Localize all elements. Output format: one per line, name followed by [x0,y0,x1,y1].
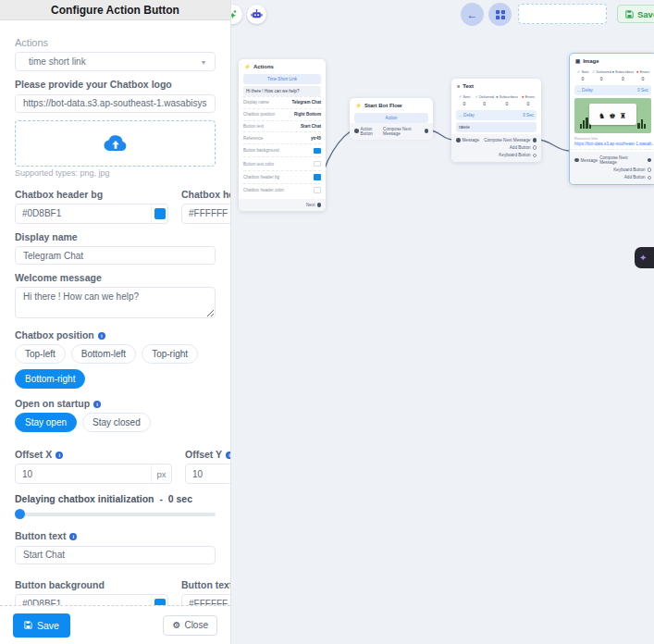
color-swatch [314,161,321,167]
text-node[interactable]: ≡ Text ✓Sent0 ✓Delivered0 ●Subscribers0 … [451,79,541,162]
logo-label: Please provide your Chatbox logo [0,79,230,90]
node-stats: ✓Sent0 ✓Delivered0 ●Subscribers0 ●Errors… [451,92,541,108]
start-action-pill[interactable]: Action [354,113,428,123]
bot-app-button[interactable] [247,5,266,24]
image-node-title: Image [583,58,598,64]
sent-icon: ✓ [577,69,581,74]
gear-icon [172,620,180,630]
message-socket[interactable] [456,138,461,142]
delay-label: Delaying chatbox initialization - 0 sec [0,493,230,504]
chess-pieces-image [598,105,627,122]
slider-thumb[interactable] [15,509,25,519]
add-button-socket[interactable] [648,176,652,180]
delay-slider[interactable] [15,510,216,519]
startup-stay-open[interactable]: Stay open [15,413,77,432]
display-name-input[interactable] [15,246,216,265]
message-socket-label: Message [463,138,480,142]
plant-app-button[interactable] [231,5,242,24]
panel-footer: Save Close [0,605,230,644]
grid-view-button[interactable] [488,3,512,26]
info-icon [93,401,101,408]
flow-name-input[interactable] [518,4,607,24]
resource-info-label: Resource Info [570,133,654,141]
app: Configure Action Button Actions time sho… [0,0,654,644]
add-button-socket[interactable] [533,145,537,150]
sent-icon: ✓ [459,94,463,99]
flow-canvas[interactable]: Save ⚡ Actions Time Short Link Hi there … [231,0,654,644]
compose-next-socket-label: Compose Next Message [484,138,530,142]
header-color-label: Chatbox header color [181,189,231,200]
logo-url-input[interactable] [15,94,216,113]
offset-x-unit: px [151,464,171,483]
config-panel: Configure Action Button Actions time sho… [0,0,231,644]
welcome-message-input[interactable]: Hi there ! How can we help? [15,287,216,318]
start-bot-flow-node[interactable]: ⚡ Start Bot Flow Action Action Button Co… [350,98,433,137]
actions-node-title: Actions [253,64,274,69]
actions-node[interactable]: ⚡ Actions Time Short Link Hi there ! How… [239,59,326,211]
button-bg-label: Button background [15,579,168,590]
node-stats: ✓Sent0 ✓Delivered0 ●Subscribers0 ●Errors… [570,67,654,83]
position-bottom-right[interactable]: Bottom-right [15,369,85,389]
slider-track[interactable] [15,513,216,516]
text-icon: ≡ [457,83,460,89]
actions-select[interactable]: time short link [15,52,216,71]
compose-next-socket-label: Compose Next Message [383,127,422,136]
image-icon: ▣ [575,58,580,64]
bolt-icon: ⚡ [244,64,251,69]
welcome-message-pill[interactable]: Hi there ! How can we help? [243,86,321,96]
message-socket[interactable] [574,158,579,163]
node-row: Button text color [243,156,321,169]
ai-assistant-button[interactable] [635,247,654,268]
errors-icon: ● [522,94,524,99]
position-top-left[interactable]: Top-left [15,344,66,364]
node-row: Display nameTelegram Chat [243,96,321,108]
offset-y-input[interactable] [186,469,231,479]
chevron-down-icon [202,56,205,67]
startup-stay-closed[interactable]: Stay closed [82,413,151,432]
delay-row[interactable]: ... Delay0 Sec [574,85,651,95]
keyboard-button-socket[interactable] [648,167,652,172]
compose-next-socket[interactable] [648,158,652,163]
subscribers-icon: ● [496,94,499,99]
header-bg-swatch[interactable] [151,204,167,223]
node-footer: Next [239,199,326,211]
compose-next-socket-label: Compose Next Message [599,155,645,165]
header-bg-input[interactable] [16,208,151,218]
message-socket-label: Message [581,158,598,163]
logo-upload-dropzone[interactable] [15,120,216,167]
keyboard-button-socket[interactable] [533,154,537,158]
cloud-upload-icon [103,133,129,153]
info-icon [56,452,63,459]
canvas-save-button[interactable]: Save [617,5,654,23]
color-swatch [314,187,321,193]
text-content-pill[interactable]: ratete [456,122,537,132]
button-text-input[interactable] [15,546,216,564]
position-bottom-left[interactable]: Bottom-left [71,344,136,364]
text-node-title: Text [463,83,474,89]
action-button-socket-label: Action Button [361,127,382,136]
delay-row[interactable]: ... Delay0 Sec [456,110,537,120]
next-socket[interactable] [317,203,322,207]
delivered-icon: ✓ [475,94,478,99]
actions-label: Actions [0,37,230,48]
save-icon [24,621,32,629]
action-type-pill[interactable]: Time Short Link [243,74,321,84]
offset-x-input[interactable] [16,469,151,479]
info-icon [98,332,105,340]
position-top-right[interactable]: Top-right [142,344,198,364]
add-button-socket-label: Add Button [510,145,531,150]
start-node-title: Start Bot Flow [364,103,402,108]
compose-next-socket[interactable] [425,129,429,133]
save-button[interactable]: Save [13,613,70,638]
back-button[interactable] [461,3,484,26]
image-node[interactable]: ▣ Image ✓Sent0 ✓Delivered0 ●Subscribers0… [569,53,654,185]
open-on-startup-label: Open on startup [0,398,230,409]
chatbox-position-label: Chatbox position [0,329,230,341]
resource-link[interactable]: https://bot-data.s3.ap-southeast-1.wasab… [570,141,654,150]
action-button-socket[interactable] [354,129,359,133]
node-row: Button background [243,143,321,156]
compose-next-socket[interactable] [533,138,537,142]
image-preview[interactable] [574,98,651,133]
close-button[interactable]: Close [163,615,217,636]
header-color-input[interactable] [182,208,231,218]
